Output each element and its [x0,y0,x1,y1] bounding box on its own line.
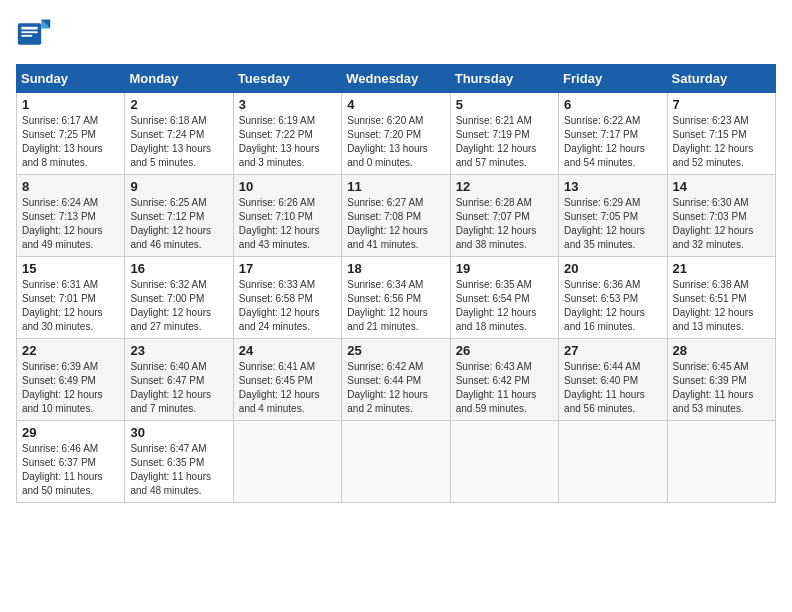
day-info: Sunrise: 6:30 AM Sunset: 7:03 PM Dayligh… [673,196,770,252]
day-cell: 20 Sunrise: 6:36 AM Sunset: 6:53 PM Dayl… [559,257,667,339]
day-info: Sunrise: 6:28 AM Sunset: 7:07 PM Dayligh… [456,196,553,252]
day-number: 9 [130,179,227,194]
week-row: 15 Sunrise: 6:31 AM Sunset: 7:01 PM Dayl… [17,257,776,339]
day-cell: 9 Sunrise: 6:25 AM Sunset: 7:12 PM Dayli… [125,175,233,257]
weekday-header: Tuesday [233,65,341,93]
day-info: Sunrise: 6:19 AM Sunset: 7:22 PM Dayligh… [239,114,336,170]
day-cell [667,421,775,503]
day-cell: 21 Sunrise: 6:38 AM Sunset: 6:51 PM Dayl… [667,257,775,339]
day-cell: 16 Sunrise: 6:32 AM Sunset: 7:00 PM Dayl… [125,257,233,339]
weekday-header: Friday [559,65,667,93]
weekday-header: Saturday [667,65,775,93]
day-cell: 18 Sunrise: 6:34 AM Sunset: 6:56 PM Dayl… [342,257,450,339]
day-info: Sunrise: 6:42 AM Sunset: 6:44 PM Dayligh… [347,360,444,416]
day-number: 8 [22,179,119,194]
week-row: 8 Sunrise: 6:24 AM Sunset: 7:13 PM Dayli… [17,175,776,257]
calendar-table: SundayMondayTuesdayWednesdayThursdayFrid… [16,64,776,503]
day-cell: 12 Sunrise: 6:28 AM Sunset: 7:07 PM Dayl… [450,175,558,257]
week-row: 1 Sunrise: 6:17 AM Sunset: 7:25 PM Dayli… [17,93,776,175]
day-info: Sunrise: 6:20 AM Sunset: 7:20 PM Dayligh… [347,114,444,170]
day-number: 4 [347,97,444,112]
day-number: 6 [564,97,661,112]
day-info: Sunrise: 6:27 AM Sunset: 7:08 PM Dayligh… [347,196,444,252]
day-cell: 13 Sunrise: 6:29 AM Sunset: 7:05 PM Dayl… [559,175,667,257]
weekday-header: Sunday [17,65,125,93]
svg-rect-0 [18,23,41,45]
day-cell: 6 Sunrise: 6:22 AM Sunset: 7:17 PM Dayli… [559,93,667,175]
day-number: 7 [673,97,770,112]
day-info: Sunrise: 6:39 AM Sunset: 6:49 PM Dayligh… [22,360,119,416]
day-number: 10 [239,179,336,194]
day-info: Sunrise: 6:17 AM Sunset: 7:25 PM Dayligh… [22,114,119,170]
day-number: 12 [456,179,553,194]
day-info: Sunrise: 6:36 AM Sunset: 6:53 PM Dayligh… [564,278,661,334]
day-info: Sunrise: 6:33 AM Sunset: 6:58 PM Dayligh… [239,278,336,334]
day-cell: 23 Sunrise: 6:40 AM Sunset: 6:47 PM Dayl… [125,339,233,421]
day-cell: 8 Sunrise: 6:24 AM Sunset: 7:13 PM Dayli… [17,175,125,257]
day-info: Sunrise: 6:18 AM Sunset: 7:24 PM Dayligh… [130,114,227,170]
logo-icon [16,16,52,52]
day-number: 25 [347,343,444,358]
day-info: Sunrise: 6:47 AM Sunset: 6:35 PM Dayligh… [130,442,227,498]
day-info: Sunrise: 6:38 AM Sunset: 6:51 PM Dayligh… [673,278,770,334]
day-cell: 5 Sunrise: 6:21 AM Sunset: 7:19 PM Dayli… [450,93,558,175]
calendar-header: SundayMondayTuesdayWednesdayThursdayFrid… [17,65,776,93]
day-cell: 28 Sunrise: 6:45 AM Sunset: 6:39 PM Dayl… [667,339,775,421]
day-info: Sunrise: 6:24 AM Sunset: 7:13 PM Dayligh… [22,196,119,252]
day-info: Sunrise: 6:26 AM Sunset: 7:10 PM Dayligh… [239,196,336,252]
day-number: 19 [456,261,553,276]
day-info: Sunrise: 6:25 AM Sunset: 7:12 PM Dayligh… [130,196,227,252]
day-number: 2 [130,97,227,112]
day-number: 24 [239,343,336,358]
day-cell [233,421,341,503]
day-info: Sunrise: 6:23 AM Sunset: 7:15 PM Dayligh… [673,114,770,170]
day-cell: 1 Sunrise: 6:17 AM Sunset: 7:25 PM Dayli… [17,93,125,175]
weekday-row: SundayMondayTuesdayWednesdayThursdayFrid… [17,65,776,93]
week-row: 29 Sunrise: 6:46 AM Sunset: 6:37 PM Dayl… [17,421,776,503]
day-info: Sunrise: 6:22 AM Sunset: 7:17 PM Dayligh… [564,114,661,170]
svg-rect-2 [21,31,37,33]
day-info: Sunrise: 6:46 AM Sunset: 6:37 PM Dayligh… [22,442,119,498]
day-number: 11 [347,179,444,194]
day-cell: 30 Sunrise: 6:47 AM Sunset: 6:35 PM Dayl… [125,421,233,503]
day-info: Sunrise: 6:35 AM Sunset: 6:54 PM Dayligh… [456,278,553,334]
day-number: 30 [130,425,227,440]
day-cell: 25 Sunrise: 6:42 AM Sunset: 6:44 PM Dayl… [342,339,450,421]
weekday-header: Monday [125,65,233,93]
day-info: Sunrise: 6:34 AM Sunset: 6:56 PM Dayligh… [347,278,444,334]
weekday-header: Thursday [450,65,558,93]
day-cell: 27 Sunrise: 6:44 AM Sunset: 6:40 PM Dayl… [559,339,667,421]
day-number: 28 [673,343,770,358]
day-info: Sunrise: 6:29 AM Sunset: 7:05 PM Dayligh… [564,196,661,252]
day-number: 27 [564,343,661,358]
day-info: Sunrise: 6:44 AM Sunset: 6:40 PM Dayligh… [564,360,661,416]
day-cell: 7 Sunrise: 6:23 AM Sunset: 7:15 PM Dayli… [667,93,775,175]
day-number: 26 [456,343,553,358]
day-number: 21 [673,261,770,276]
day-number: 14 [673,179,770,194]
day-cell: 24 Sunrise: 6:41 AM Sunset: 6:45 PM Dayl… [233,339,341,421]
day-cell: 17 Sunrise: 6:33 AM Sunset: 6:58 PM Dayl… [233,257,341,339]
day-cell [559,421,667,503]
day-number: 23 [130,343,227,358]
week-row: 22 Sunrise: 6:39 AM Sunset: 6:49 PM Dayl… [17,339,776,421]
day-cell: 15 Sunrise: 6:31 AM Sunset: 7:01 PM Dayl… [17,257,125,339]
day-cell: 3 Sunrise: 6:19 AM Sunset: 7:22 PM Dayli… [233,93,341,175]
day-info: Sunrise: 6:45 AM Sunset: 6:39 PM Dayligh… [673,360,770,416]
day-cell: 14 Sunrise: 6:30 AM Sunset: 7:03 PM Dayl… [667,175,775,257]
day-number: 17 [239,261,336,276]
day-number: 22 [22,343,119,358]
day-info: Sunrise: 6:31 AM Sunset: 7:01 PM Dayligh… [22,278,119,334]
day-cell: 10 Sunrise: 6:26 AM Sunset: 7:10 PM Dayl… [233,175,341,257]
day-number: 20 [564,261,661,276]
day-cell [342,421,450,503]
day-number: 29 [22,425,119,440]
day-number: 16 [130,261,227,276]
day-number: 5 [456,97,553,112]
day-cell [450,421,558,503]
day-cell: 29 Sunrise: 6:46 AM Sunset: 6:37 PM Dayl… [17,421,125,503]
svg-rect-1 [21,27,37,30]
calendar-body: 1 Sunrise: 6:17 AM Sunset: 7:25 PM Dayli… [17,93,776,503]
day-info: Sunrise: 6:32 AM Sunset: 7:00 PM Dayligh… [130,278,227,334]
day-cell: 11 Sunrise: 6:27 AM Sunset: 7:08 PM Dayl… [342,175,450,257]
